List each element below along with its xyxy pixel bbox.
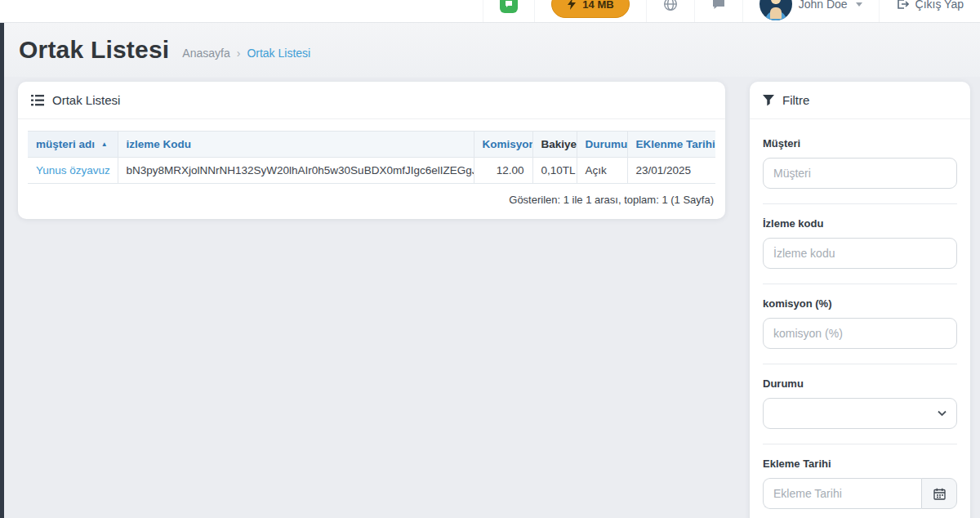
divider [763, 203, 957, 204]
breadcrumb-current[interactable]: Ortak Listesi [247, 47, 310, 60]
page-title: Ortak Listesi [19, 36, 169, 64]
column-header-balance[interactable]: Bakiye [532, 132, 577, 158]
sort-asc-icon: ▲ [101, 141, 108, 148]
table-row: Yunus özyavuz bN3py8MRXjolNNrNH132SyW20l… [28, 158, 715, 184]
logout-button[interactable]: Çıkış Yap [879, 0, 980, 23]
collapsed-sidebar[interactable] [0, 23, 4, 518]
user-name: John Doe [799, 0, 848, 11]
date-filter-input[interactable] [763, 478, 921, 509]
logout-label: Çıkış Yap [915, 0, 964, 11]
top-navbar: 14 MB John Doe [0, 0, 980, 23]
chevron-down-icon [856, 2, 862, 7]
column-header-tracking-code[interactable]: izleme Kodu [118, 132, 474, 158]
table-header-row: müşteri adı ▲ izleme Kodu Komisyon Bakiy… [28, 132, 715, 158]
page-header: Ortak Listesi Anasayfa › Ortak Listesi [4, 23, 980, 77]
date-filter-label: Ekleme Tarihi [763, 458, 957, 470]
partner-list-card: Ortak Listesi müşteri adı ▲ izleme Kodu … [18, 82, 725, 219]
chat-icon [711, 0, 726, 11]
list-icon [31, 95, 44, 106]
logout-icon [896, 0, 909, 11]
cell-status: Açık [577, 158, 627, 184]
language-item[interactable] [646, 0, 694, 23]
card-title: Ortak Listesi [52, 93, 120, 107]
tracking-filter-input[interactable] [763, 238, 957, 269]
cell-added-date: 23/01/2025 [627, 158, 715, 184]
status-filter-select[interactable] [763, 398, 957, 429]
breadcrumb-separator: › [237, 47, 241, 60]
column-header-commission[interactable]: Komisyon [474, 132, 532, 158]
column-header-added-date[interactable]: EKlenme Tarihi [627, 132, 715, 158]
storage-icon [567, 0, 577, 10]
green-app-button[interactable] [483, 0, 534, 23]
divider [763, 284, 957, 284]
messages-item[interactable] [694, 0, 742, 23]
filter-card-header: Filtre [750, 82, 970, 119]
green-app-icon [500, 0, 518, 13]
customer-filter-label: Müşteri [763, 137, 957, 150]
column-header-status[interactable]: Durumu [577, 132, 627, 158]
column-header-customer[interactable]: müşteri adı ▲ [28, 132, 118, 158]
status-filter-label: Durumu [763, 377, 957, 390]
breadcrumb-home[interactable]: Anasayfa [182, 47, 229, 60]
partner-list-card-header: Ortak Listesi [18, 82, 725, 119]
divider [763, 444, 957, 444]
storage-usage-item[interactable]: 14 MB [534, 0, 645, 23]
tracking-filter-label: İzleme kodu [763, 217, 957, 230]
customer-filter-input[interactable] [763, 158, 957, 189]
partner-table: müşteri adı ▲ izleme Kodu Komisyon Bakiy… [28, 131, 715, 184]
cell-customer-link[interactable]: Yunus özyavuz [28, 158, 118, 184]
cell-commission: 12.00 [474, 158, 532, 184]
filter-icon [763, 95, 774, 106]
pagination-summary: Gösterilen: 1 ile 1 arası, toplam: 1 (1 … [18, 184, 725, 219]
cell-tracking-code: bN3py8MRXjolNNrNH132SyW20lhAIr0h5w30SuBD… [118, 158, 474, 184]
filter-title: Filtre [782, 93, 809, 107]
commission-filter-label: komisyon (%) [763, 297, 957, 310]
user-menu[interactable]: John Doe [742, 0, 879, 23]
storage-usage-button[interactable]: 14 MB [551, 0, 629, 18]
divider [763, 364, 957, 364]
globe-icon [663, 0, 678, 11]
calendar-button[interactable] [921, 478, 957, 509]
breadcrumb: Anasayfa › Ortak Listesi [182, 47, 310, 60]
cell-balance: 0,10TL [532, 158, 577, 184]
commission-filter-input[interactable] [763, 318, 957, 349]
storage-usage-label: 14 MB [582, 0, 613, 11]
avatar [760, 0, 792, 20]
filter-card: Filtre Müşteri İzleme kodu komisyon (%) … [750, 82, 970, 518]
